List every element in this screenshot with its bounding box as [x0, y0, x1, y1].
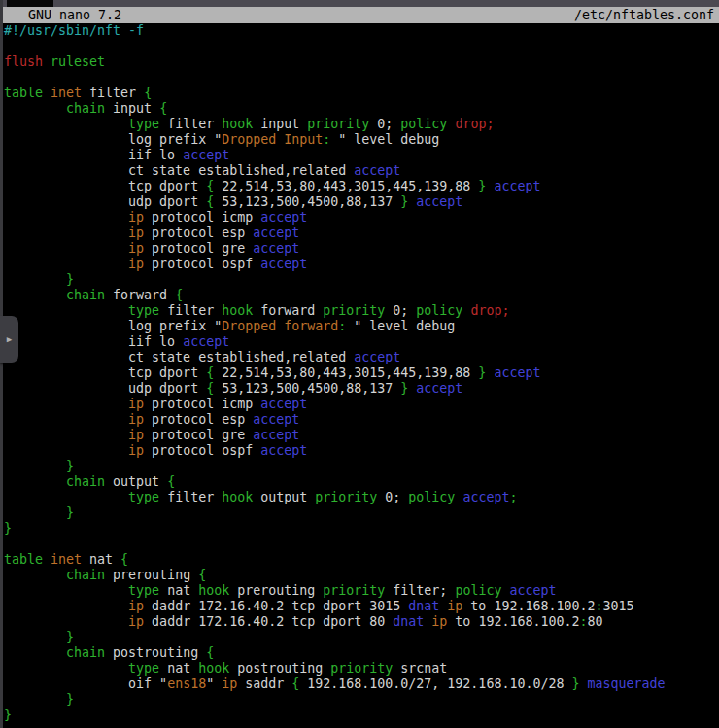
code-token: [4, 645, 66, 660]
code-token: accept: [183, 334, 229, 349]
code-token: }: [4, 708, 12, 722]
code-token: input: [253, 117, 307, 131]
code-token: output: [253, 490, 315, 504]
code-token: accept: [253, 412, 299, 427]
code-token: priority: [307, 117, 369, 131]
code-token: flush: [4, 54, 43, 69]
code-token: nat: [82, 552, 120, 567]
code-line: ip protocol esp accept: [4, 412, 719, 428]
code-token: #!/usr/sbin/nft -f: [4, 23, 144, 38]
code-token: [4, 101, 66, 116]
code-token: accept: [260, 443, 307, 458]
code-token: policy: [416, 303, 462, 318]
sidebar-expand-tab[interactable]: ▶: [0, 316, 18, 363]
code-token: protocol gre: [144, 241, 253, 256]
code-token: ;: [509, 490, 517, 504]
code-token: chain: [66, 568, 105, 582]
code-token: {: [167, 474, 175, 489]
code-line: type nat hook prerouting priority filter…: [4, 583, 719, 599]
code-token: [4, 599, 128, 613]
code-token: hook: [198, 661, 229, 676]
code-token: udp dport: [4, 381, 206, 396]
code-token: [4, 288, 66, 302]
code-token: [4, 303, 128, 318]
nano-titlebar: GNU nano 7.2 /etc/nftables.conf: [0, 7, 719, 23]
code-line: ip protocol icmp accept: [4, 397, 719, 412]
code-token: inet: [51, 86, 82, 100]
code-token: [4, 272, 66, 287]
code-token: protocol esp: [144, 225, 253, 240]
code-line: type nat hook postrouting priority srcna…: [4, 661, 719, 676]
code-token: ip: [431, 614, 447, 629]
code-token: policy: [400, 117, 447, 131]
code-token: log prefix ": [4, 319, 222, 333]
code-token: [43, 86, 51, 100]
code-token: filter: [82, 86, 144, 100]
code-token: nat: [159, 583, 198, 598]
code-token: type: [128, 490, 159, 504]
code-token: ip: [128, 599, 144, 613]
code-token: }: [66, 630, 74, 644]
code-token: ip: [447, 599, 462, 613]
code-line: log prefix "Dropped Input: " level debug: [4, 132, 719, 148]
code-token: iif lo: [4, 334, 183, 349]
code-line: chain input {: [4, 101, 719, 117]
code-token: accept: [253, 241, 299, 256]
code-token: Dropped forward: [222, 319, 338, 333]
code-line: chain forward {: [4, 288, 719, 303]
code-token: }: [66, 459, 74, 473]
code-token: [4, 412, 128, 427]
code-line: type filter hook output priority 0; poli…: [4, 490, 719, 505]
code-token: }: [66, 272, 74, 287]
code-token: oif ": [4, 676, 167, 691]
code-token: Dropped Input: [222, 132, 323, 147]
code-token: to 192.168.100.2: [462, 599, 595, 613]
code-token: [4, 474, 66, 489]
code-token: type: [128, 583, 159, 598]
code-token: drop;: [470, 303, 509, 318]
code-line: udp dport { 53,123,500,4500,88,137 } acc…: [4, 194, 719, 210]
code-token: [4, 661, 128, 676]
code-token: accept: [253, 225, 299, 240]
code-token: prerouting: [229, 583, 323, 598]
code-token: 0;: [377, 490, 408, 504]
code-token: ip: [128, 443, 144, 458]
code-token: iif lo: [4, 148, 183, 162]
terminal-editor-area[interactable]: #!/usr/sbin/nft -fflush rulesettable ine…: [0, 23, 719, 728]
code-token: daddr 172.16.40.2 tcp dport 3015: [144, 599, 408, 613]
code-token: drop;: [455, 117, 494, 131]
code-token: filter;: [385, 583, 455, 598]
nano-app-title: GNU nano 7.2: [13, 7, 121, 23]
chevron-right-icon: ▶: [7, 335, 12, 344]
code-token: postrouting: [229, 661, 330, 676]
code-token: filter: [159, 490, 222, 504]
code-token: accept: [494, 179, 540, 193]
code-token: to 192.168.100.2: [447, 614, 579, 629]
code-token: [4, 490, 128, 504]
code-token: policy: [408, 490, 455, 504]
code-line: chain prerouting {: [4, 568, 719, 583]
code-token: accept: [260, 210, 307, 225]
code-token: {: [120, 552, 128, 567]
code-token: {: [159, 101, 167, 116]
code-token: type: [128, 303, 159, 318]
code-token: protocol gre: [144, 428, 253, 442]
code-token: [43, 552, 51, 567]
code-token: [4, 614, 128, 629]
code-token: priority: [315, 490, 377, 504]
code-token: priority: [330, 661, 393, 676]
code-token: [43, 54, 51, 69]
code-token: }: [66, 692, 74, 707]
code-token: {: [206, 381, 214, 396]
code-token: priority: [323, 583, 385, 598]
code-line: ip protocol esp accept: [4, 225, 719, 241]
code-line: ip daddr 172.16.40.2 tcp dport 80 dnat i…: [4, 614, 719, 630]
code-line: }: [4, 505, 719, 521]
code-token: ip: [128, 412, 144, 427]
code-line: ip daddr 172.16.40.2 tcp dport 3015 dnat…: [4, 599, 719, 614]
code-token: forward: [253, 303, 323, 318]
code-line: }: [4, 459, 719, 474]
code-token: protocol icmp: [144, 210, 260, 225]
code-token: [4, 505, 66, 520]
code-token: chain: [66, 288, 105, 302]
